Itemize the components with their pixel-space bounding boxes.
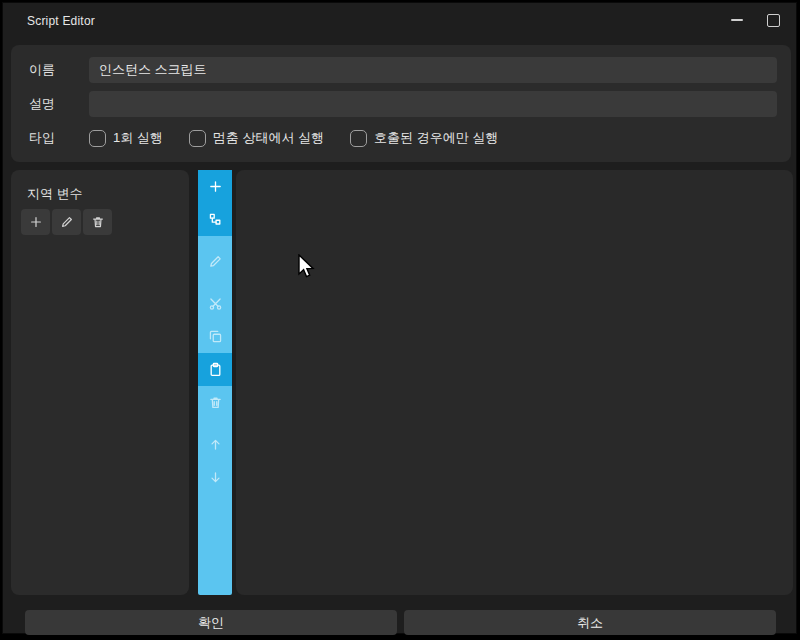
toolbar-add-button[interactable] bbox=[198, 170, 232, 203]
local-variables-title: 지역 변수 bbox=[27, 185, 83, 203]
script-toolbar bbox=[198, 170, 232, 595]
script-editor-window: Script Editor 이름 설명 타입 1회 실행멈춤 상태에서 실행호출… bbox=[2, 2, 797, 634]
checkbox-label: 1회 실행 bbox=[113, 129, 163, 147]
checkbox-label: 멈춤 상태에서 실행 bbox=[213, 129, 324, 147]
toolbar-delete-button[interactable] bbox=[198, 386, 232, 419]
toolbar-move-down-button[interactable] bbox=[198, 461, 232, 494]
script-canvas[interactable] bbox=[236, 170, 793, 595]
maximize-icon bbox=[767, 14, 780, 27]
footer: 확인 취소 bbox=[25, 610, 776, 635]
localvars-delete-button[interactable] bbox=[83, 209, 112, 235]
toolbar-copy-button[interactable] bbox=[198, 320, 232, 353]
trash-icon bbox=[208, 395, 223, 410]
checkbox-box[interactable] bbox=[350, 130, 367, 147]
ok-button[interactable]: 확인 bbox=[25, 610, 397, 635]
checkbox-box[interactable] bbox=[89, 130, 106, 147]
maximize-button[interactable] bbox=[756, 3, 790, 37]
type-checkbox-group: 1회 실행멈춤 상태에서 실행호출된 경우에만 실행 bbox=[89, 129, 498, 147]
name-label: 이름 bbox=[29, 61, 89, 79]
toolbar-spacer bbox=[198, 419, 232, 428]
checkbox-run-once[interactable]: 1회 실행 bbox=[89, 129, 163, 147]
window-title: Script Editor bbox=[27, 3, 95, 39]
minimize-icon bbox=[731, 19, 743, 21]
paste-icon bbox=[208, 362, 223, 377]
checkbox-box[interactable] bbox=[189, 130, 206, 147]
toolbar-paste-button[interactable] bbox=[198, 353, 232, 386]
local-variables-toolbar bbox=[21, 209, 112, 235]
trash-icon bbox=[91, 215, 105, 229]
arrow-down-icon bbox=[208, 470, 223, 485]
pencil-icon bbox=[208, 254, 223, 269]
plus-icon bbox=[29, 215, 43, 229]
scissors-icon bbox=[208, 296, 223, 311]
plus-icon bbox=[208, 179, 223, 194]
pencil-icon bbox=[60, 215, 74, 229]
cancel-button[interactable]: 취소 bbox=[404, 610, 776, 635]
toolbar-spacer bbox=[198, 278, 232, 287]
description-label: 설명 bbox=[29, 95, 89, 113]
toolbar-cut-button[interactable] bbox=[198, 287, 232, 320]
checkbox-run-when-paused[interactable]: 멈춤 상태에서 실행 bbox=[189, 129, 324, 147]
script-properties-panel: 이름 설명 타입 1회 실행멈춤 상태에서 실행호출된 경우에만 실행 bbox=[11, 45, 791, 162]
arrow-up-icon bbox=[208, 437, 223, 452]
local-variables-panel: 지역 변수 bbox=[11, 170, 189, 595]
checkbox-label: 호출된 경우에만 실행 bbox=[374, 129, 498, 147]
copy-icon bbox=[208, 329, 223, 344]
toolbar-move-up-button[interactable] bbox=[198, 428, 232, 461]
type-label: 타입 bbox=[29, 129, 89, 147]
description-input[interactable] bbox=[89, 91, 777, 117]
titlebar: Script Editor bbox=[3, 3, 796, 39]
tree-branch-icon bbox=[208, 212, 223, 227]
desktop: { "window": { "title": "Script Editor" }… bbox=[0, 0, 800, 640]
minimize-button[interactable] bbox=[720, 3, 754, 37]
name-input[interactable] bbox=[89, 57, 777, 83]
checkbox-run-only-when-called[interactable]: 호출된 경우에만 실행 bbox=[350, 129, 498, 147]
localvars-add-button[interactable] bbox=[21, 209, 50, 235]
toolbar-insert-node-button[interactable] bbox=[198, 203, 232, 236]
toolbar-spacer bbox=[198, 236, 232, 245]
toolbar-edit-button[interactable] bbox=[198, 245, 232, 278]
localvars-edit-button[interactable] bbox=[52, 209, 81, 235]
